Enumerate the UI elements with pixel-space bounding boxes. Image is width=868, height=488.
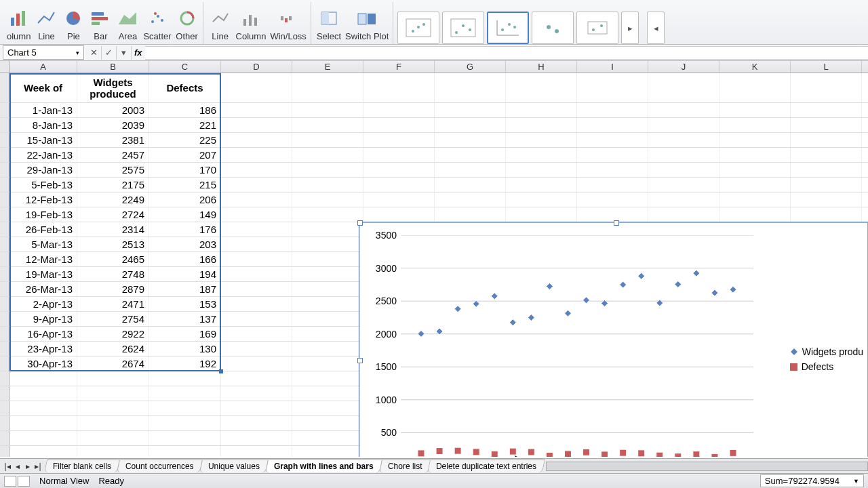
cell[interactable]: 149: [149, 207, 221, 222]
cancel-icon[interactable]: ✕: [87, 46, 102, 60]
other-button[interactable]: Other: [176, 7, 199, 44]
sheet-tab[interactable]: Filter blank cells: [44, 460, 120, 472]
bar-button[interactable]: Bar: [89, 7, 112, 44]
data-point[interactable]: [675, 453, 682, 457]
pie-button[interactable]: Pie: [62, 7, 85, 44]
cell[interactable]: 23-Apr-13: [9, 342, 77, 356]
horizontal-scrollbar[interactable]: [546, 462, 868, 471]
resize-handle[interactable]: [614, 220, 619, 226]
data-point[interactable]: [546, 283, 553, 289]
data-row[interactable]: 22-Jan-132457207: [0, 148, 868, 163]
cell[interactable]: 2674: [77, 357, 149, 371]
data-point[interactable]: [473, 300, 479, 307]
layout-3[interactable]: [487, 12, 529, 44]
select-all-corner[interactable]: [0, 61, 9, 73]
cell[interactable]: 26-Feb-13: [9, 222, 77, 237]
data-point[interactable]: [730, 286, 736, 293]
win/loss-button[interactable]: Win/Loss: [270, 7, 306, 44]
cell[interactable]: 19-Feb-13: [9, 207, 77, 222]
worksheet[interactable]: ABCDEFGHIJKL Week ofWidgets producedDefe…: [0, 61, 868, 457]
cell[interactable]: 225: [149, 133, 221, 147]
sheet-tab[interactable]: Graph with lines and bars: [265, 460, 382, 472]
data-point[interactable]: [693, 451, 700, 457]
col-header-H[interactable]: H: [506, 61, 577, 73]
data-point[interactable]: [454, 447, 461, 454]
col-header-D[interactable]: D: [221, 61, 292, 73]
cell[interactable]: 2-Apr-13: [9, 297, 77, 311]
data-point[interactable]: [656, 300, 663, 306]
cell[interactable]: 2879: [77, 282, 149, 296]
col-header-J[interactable]: J: [648, 61, 719, 73]
fx-dropdown[interactable]: ▾: [117, 46, 132, 60]
cell[interactable]: 2003: [77, 103, 149, 117]
data-point[interactable]: [583, 297, 590, 304]
page-layout-view-icon[interactable]: [18, 476, 30, 487]
view-buttons[interactable]: [4, 476, 30, 487]
cell[interactable]: 130: [149, 342, 221, 356]
line-button[interactable]: Line: [35, 7, 58, 44]
chart-legend[interactable]: Widgets produ Defects: [790, 342, 863, 376]
data-point[interactable]: [620, 449, 627, 456]
sheet-tab[interactable]: Count occurrences: [117, 460, 203, 472]
switch plot-button[interactable]: Switch Plot: [345, 7, 389, 44]
sheet-tab[interactable]: Delete duplicate text entries: [427, 460, 545, 472]
data-point[interactable]: [730, 449, 736, 456]
layout-2[interactable]: [442, 12, 484, 44]
cell[interactable]: 176: [149, 222, 221, 237]
cell[interactable]: 2381: [77, 133, 149, 147]
data-row[interactable]: 12-Feb-132249206: [0, 192, 868, 207]
data-point[interactable]: [620, 281, 627, 288]
data-point[interactable]: [711, 289, 718, 296]
sum-display[interactable]: Sum=792274.9594▼: [760, 474, 864, 487]
cell[interactable]: 2175: [77, 178, 149, 192]
cell[interactable]: 2748: [77, 267, 149, 281]
cell[interactable]: 207: [149, 148, 221, 162]
layout-4[interactable]: [532, 12, 574, 44]
olumn-button[interactable]: olumn: [7, 7, 31, 44]
select-button[interactable]: Select: [317, 7, 341, 44]
cell[interactable]: 22-Jan-13: [9, 148, 77, 162]
data-point[interactable]: [509, 319, 516, 326]
cell[interactable]: 2457: [77, 148, 149, 162]
cell[interactable]: 2575: [77, 163, 149, 177]
data-row[interactable]: 29-Jan-132575170: [0, 163, 868, 178]
data-row[interactable]: 15-Jan-132381225: [0, 133, 868, 148]
data-point[interactable]: [693, 270, 700, 277]
data-point[interactable]: [601, 451, 608, 457]
confirm-icon[interactable]: ✓: [102, 46, 117, 60]
col-header-B[interactable]: B: [77, 61, 149, 73]
data-point[interactable]: [656, 452, 663, 457]
col-header-A[interactable]: A: [9, 61, 77, 73]
data-row[interactable]: 5-Feb-132175215: [0, 178, 868, 192]
data-point[interactable]: [454, 306, 461, 312]
col-header-K[interactable]: K: [719, 61, 791, 73]
cell[interactable]: 9-Apr-13: [9, 312, 77, 326]
data-point[interactable]: [675, 281, 682, 287]
cell[interactable]: 5-Mar-13: [9, 237, 77, 251]
line-button[interactable]: Line: [209, 7, 232, 44]
name-box[interactable]: Chart 5▾: [3, 45, 84, 60]
formula-input[interactable]: [145, 46, 868, 60]
data-row[interactable]: 19-Feb-132724149: [0, 207, 868, 222]
cell[interactable]: 2754: [77, 312, 149, 326]
cell[interactable]: 153: [149, 297, 221, 311]
data-point[interactable]: [528, 449, 534, 455]
col-header-E[interactable]: E: [292, 61, 363, 73]
data-row[interactable]: 8-Jan-132039221: [0, 118, 868, 133]
cell[interactable]: 169: [149, 327, 221, 341]
resize-handle[interactable]: [357, 358, 363, 363]
cell[interactable]: 2513: [77, 237, 149, 251]
col-header-F[interactable]: F: [363, 61, 435, 73]
cell[interactable]: 206: [149, 192, 221, 207]
chart-plot-area[interactable]: [401, 235, 753, 457]
data-row[interactable]: 1-Jan-132003186: [0, 103, 868, 118]
cell[interactable]: 2465: [77, 252, 149, 266]
gallery-next[interactable]: ▸: [621, 12, 639, 44]
cell[interactable]: 2471: [77, 297, 149, 311]
normal-view-icon[interactable]: [4, 476, 16, 487]
cell[interactable]: 1-Jan-13: [9, 103, 77, 117]
cell[interactable]: 2624: [77, 342, 149, 356]
resize-handle[interactable]: [357, 220, 363, 226]
cell[interactable]: 2249: [77, 192, 149, 207]
col-header-C[interactable]: C: [149, 61, 221, 73]
